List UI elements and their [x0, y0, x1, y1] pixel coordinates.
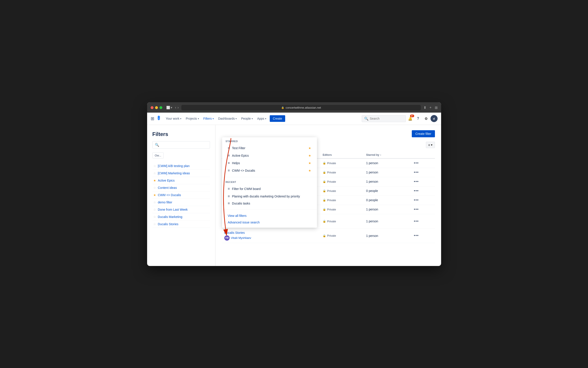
star-icon[interactable]: ☆: [153, 164, 156, 168]
starred-by: 0 people: [363, 195, 411, 205]
nav-projects[interactable]: Projects ▾: [184, 115, 201, 122]
filter-link[interactable]: demo filter: [158, 201, 172, 204]
starred-by: 1 person: [363, 205, 411, 214]
star-icon[interactable]: ★: [153, 179, 156, 182]
divider: [222, 177, 317, 177]
star-icon[interactable]: ☆: [153, 222, 156, 226]
filter-icon: ≡: [228, 194, 230, 198]
grid-view-icon[interactable]: ⊞: [435, 106, 437, 110]
filter-link[interactable]: Ducalis Marketing: [158, 215, 182, 219]
item-label: Ducalis tasks: [232, 202, 311, 205]
filter-link[interactable]: [CWM] A/B testing plan: [158, 164, 190, 168]
create-button[interactable]: Create: [270, 115, 285, 122]
star-icon[interactable]: ★: [153, 193, 156, 197]
filter-icon: ≡: [228, 169, 230, 173]
notifications-button[interactable]: 🔔 9+: [407, 115, 414, 122]
list-item[interactable]: ☆ demo filter: [152, 199, 210, 206]
sidebar-toggle-icon[interactable]: ⬜ ▾: [166, 106, 172, 109]
nav-dashboards[interactable]: Dashboards ▾: [216, 115, 239, 122]
search-bar[interactable]: 🔍: [362, 115, 406, 122]
maximize-button[interactable]: [160, 106, 162, 109]
address-bar[interactable]: 🔒 concertwithme.atlassian.net: [181, 105, 421, 110]
sidebar-search[interactable]: 🔍: [152, 141, 210, 148]
starred-by: 1 person: [363, 158, 411, 168]
lock-icon: 🔒: [281, 106, 284, 109]
more-actions-button[interactable]: •••: [414, 179, 419, 184]
search-icon: 🔍: [364, 117, 369, 121]
more-actions-button[interactable]: •••: [414, 219, 419, 223]
advanced-search-link[interactable]: Advanced issue search: [226, 219, 313, 225]
dropdown-item-cwm-board[interactable]: ≡ Filter for CWM board: [226, 185, 313, 193]
more-actions-button[interactable]: •••: [414, 198, 419, 202]
new-tab-icon[interactable]: +: [429, 106, 431, 110]
star-icon[interactable]: ★: [308, 161, 311, 165]
filter-link[interactable]: Content ideas: [158, 186, 177, 190]
more-actions-button[interactable]: •••: [414, 189, 419, 193]
help-button[interactable]: ?: [415, 115, 422, 122]
dropdown-item-cwm-ducalis[interactable]: ≡ CWM <> Ducalis ★: [226, 167, 313, 174]
browser-chrome: ⬜ ▾ ‹ › 🔒 concertwithme.atlassian.net ⬆ …: [147, 102, 441, 113]
browser-actions: ⬆ + ⊞: [424, 106, 437, 110]
list-item[interactable]: ☆ Ducalis Marketing: [152, 213, 210, 221]
list-item[interactable]: ☆ Content ideas: [152, 184, 210, 192]
nav-apps[interactable]: Apps ▾: [256, 115, 268, 122]
star-icon[interactable]: ☆: [153, 208, 156, 211]
share-icon[interactable]: ⬆: [424, 106, 426, 110]
filter-icon: ≡: [228, 154, 230, 157]
list-item[interactable]: ★ CWM <> Ducalis: [152, 192, 210, 199]
star-icon[interactable]: ☆: [153, 186, 156, 190]
star-icon[interactable]: ☆: [153, 171, 156, 175]
owner-dropdown[interactable]: o ▾: [426, 142, 435, 148]
more-actions-button[interactable]: •••: [414, 207, 419, 212]
search-input[interactable]: [370, 117, 401, 120]
star-icon[interactable]: ★: [308, 154, 311, 157]
item-label: Planing with ducalis marketing Ordered b…: [232, 194, 311, 198]
more-actions-button[interactable]: •••: [414, 161, 419, 165]
minimize-button[interactable]: [155, 106, 158, 109]
dropdown-item-helps[interactable]: ≡ Helps ★: [226, 159, 313, 167]
editors-badge: 🔒 Private: [323, 162, 361, 165]
more-actions-button[interactable]: •••: [414, 170, 419, 175]
dropdown-item-active-epics[interactable]: ≡ Active Epics ★: [226, 152, 313, 159]
col-starred-by: Starred by ↕: [363, 152, 411, 158]
settings-button[interactable]: ⚙: [423, 115, 430, 122]
avatar[interactable]: d: [430, 115, 437, 122]
back-arrow-icon[interactable]: ‹: [175, 106, 176, 110]
filter-link[interactable]: [CWM] Marketing ideas: [158, 171, 190, 175]
item-label: Test Filter: [232, 146, 306, 150]
nav-people[interactable]: People ▾: [239, 115, 255, 122]
more-actions-button[interactable]: •••: [414, 233, 419, 238]
view-all-filters-link[interactable]: View all filters: [226, 213, 313, 219]
col-editors: Editors: [320, 152, 363, 158]
filter-link[interactable]: CWM <> Ducalis: [158, 193, 181, 197]
jira-logo[interactable]: [156, 115, 161, 122]
filters-dropdown[interactable]: STARRED ≡ Test Filter ★ ≡ Active Epics ★…: [222, 137, 317, 228]
list-item[interactable]: ★ Active Epics: [152, 177, 210, 184]
star-icon[interactable]: ☆: [153, 215, 156, 219]
dropdown-item-ducalis-tasks[interactable]: ≡ Ducalis tasks: [226, 200, 313, 207]
star-icon[interactable]: ★: [308, 169, 311, 172]
filter-link[interactable]: Done from Last Week: [158, 208, 188, 211]
nav-filters[interactable]: Filters ▾: [202, 115, 216, 122]
filter-link[interactable]: Ducalis Stories: [158, 222, 179, 226]
list-item[interactable]: ☆ Done from Last Week: [152, 206, 210, 213]
grid-icon[interactable]: ⊞: [151, 116, 154, 121]
owner-filter-btn[interactable]: Ow...: [152, 153, 164, 158]
close-button[interactable]: [151, 106, 153, 109]
dropdown-item-test-filter[interactable]: ≡ Test Filter ★: [226, 144, 313, 152]
filter-name-link[interactable]: Ducalis Stories: [224, 231, 245, 234]
nav-your-work[interactable]: Your work ▾: [164, 115, 183, 122]
list-item[interactable]: ☆ Ducalis Stories: [152, 221, 210, 228]
forward-arrow-icon[interactable]: ›: [178, 106, 179, 110]
create-filter-button[interactable]: Create filter: [412, 130, 435, 137]
list-item[interactable]: ☆ [CWM] A/B testing plan: [152, 162, 210, 170]
filter-icon: ≡: [228, 187, 230, 191]
star-icon[interactable]: ☆: [153, 201, 156, 204]
dropdown-item-planing[interactable]: ≡ Planing with ducalis marketing Ordered…: [226, 193, 313, 200]
list-item[interactable]: ☆ [CWM] Marketing ideas: [152, 170, 210, 177]
filter-link[interactable]: Active Epics: [158, 179, 175, 182]
star-icon[interactable]: ★: [308, 146, 311, 150]
sidebar-search-input[interactable]: [161, 143, 208, 147]
traffic-lights: [151, 106, 162, 109]
filter-controls: Ow...: [152, 153, 210, 158]
